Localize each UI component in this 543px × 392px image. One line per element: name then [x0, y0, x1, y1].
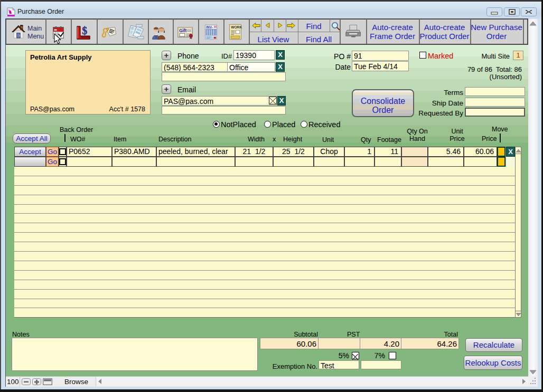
- svg-text:WORK: WORK: [231, 25, 242, 29]
- svg-text:Gift: Gift: [179, 28, 186, 33]
- svg-text:INV-: INV-: [206, 25, 213, 29]
- svg-text:$: $: [82, 25, 87, 36]
